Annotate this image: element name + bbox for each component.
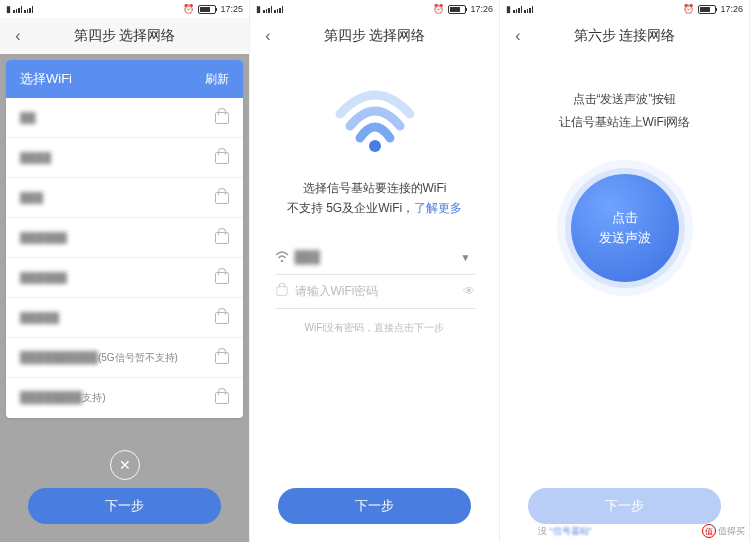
nav-bar: ‹ 第四步 选择网络 — [250, 18, 499, 54]
signal-icon — [524, 5, 533, 13]
wifi-row[interactable]: ██████ — [6, 258, 243, 298]
status-bar: ▮ ⏰17:25 — [0, 0, 249, 18]
password-field[interactable]: 👁 — [275, 275, 475, 309]
page-title: 第六步 连接网络 — [500, 27, 749, 45]
wifi-row[interactable]: ███ — [6, 178, 243, 218]
signal-icon — [13, 5, 22, 13]
status-time: 17:26 — [720, 4, 743, 14]
lock-icon — [215, 152, 229, 164]
learn-more-link[interactable]: 了解更多 — [414, 201, 462, 215]
status-bar: ▮ ⏰17:26 — [250, 0, 499, 18]
refresh-button[interactable]: 刷新 — [205, 71, 229, 88]
wifi-row[interactable]: ██████████(5G信号暂不支持) — [6, 338, 243, 378]
close-button[interactable]: ✕ — [110, 450, 140, 480]
svg-point-1 — [280, 260, 282, 262]
lock-icon — [215, 312, 229, 324]
wifi-small-icon — [275, 251, 289, 263]
battery-icon — [448, 5, 466, 14]
instruction-text: 选择信号基站要连接的WiFi 不支持 5G及企业WiFi，了解更多 — [287, 178, 462, 219]
nav-bar: ‹ 第四步 选择网络 — [0, 18, 249, 54]
status-bar: ▮ ⏰17:26 — [500, 0, 749, 18]
signal-icon — [513, 5, 522, 13]
alarm-icon: ⏰ — [433, 4, 444, 14]
wifi-row[interactable]: ████ — [6, 138, 243, 178]
next-button[interactable]: 下一步 — [278, 488, 471, 524]
next-button[interactable]: 下一步 — [28, 488, 221, 524]
wifi-row[interactable]: ██ — [6, 98, 243, 138]
back-button[interactable]: ‹ — [0, 18, 36, 54]
lock-icon — [215, 352, 229, 364]
watermark-icon: 值 — [702, 524, 716, 538]
wifi-row[interactable]: █████ — [6, 298, 243, 338]
back-button[interactable]: ‹ — [250, 18, 286, 54]
toggle-visibility-icon[interactable]: 👁 — [463, 284, 475, 298]
wifi-list-header: 选择WiFi 刷新 — [6, 60, 243, 98]
lock-icon — [215, 392, 229, 404]
next-button[interactable]: 下一步 — [528, 488, 721, 524]
alarm-icon: ⏰ — [183, 4, 194, 14]
wifi-unsupported-label: (5G信号暂不支持) — [98, 352, 178, 363]
camera-icon: ▮ — [506, 4, 511, 14]
watermark: 值值得买 — [702, 524, 745, 538]
back-button[interactable]: ‹ — [500, 18, 536, 54]
status-time: 17:25 — [220, 4, 243, 14]
page-title: 第四步 选择网络 — [0, 27, 249, 45]
hint-text: WiFi没有密码，直接点击下一步 — [305, 321, 445, 335]
wifi-icon — [330, 84, 420, 158]
lock-icon — [215, 272, 229, 284]
lock-icon — [215, 192, 229, 204]
signal-icon — [274, 5, 283, 13]
nav-bar: ‹ 第六步 连接网络 — [500, 18, 749, 54]
selected-wifi-name: ███ — [295, 250, 321, 264]
wifi-row[interactable]: ████████支持) — [6, 378, 243, 418]
chevron-down-icon: ▼ — [461, 252, 471, 263]
camera-icon: ▮ — [6, 4, 11, 14]
bottom-hint: 没 “信号基站” — [538, 525, 592, 538]
wifi-selector[interactable]: ███ ▼ — [275, 241, 475, 275]
password-input[interactable] — [295, 284, 457, 298]
camera-icon: ▮ — [256, 4, 261, 14]
alarm-icon: ⏰ — [683, 4, 694, 14]
wifi-list-card: 选择WiFi 刷新 ██ ████ ███ ██████ ██████ ████… — [6, 60, 243, 418]
page-title: 第四步 选择网络 — [250, 27, 499, 45]
wifi-row[interactable]: ██████ — [6, 218, 243, 258]
battery-icon — [698, 5, 716, 14]
send-sound-button[interactable]: 点击 发送声波 — [571, 174, 679, 282]
lock-icon — [215, 232, 229, 244]
wifi-support-label: 支持) — [82, 392, 105, 403]
lock-icon — [215, 112, 229, 124]
status-time: 17:26 — [470, 4, 493, 14]
signal-icon — [263, 5, 272, 13]
svg-point-0 — [369, 140, 381, 152]
signal-icon — [24, 5, 33, 13]
prompt-text: 点击“发送声波”按钮 让信号基站连上WiFi网络 — [559, 88, 691, 134]
wifi-list-title: 选择WiFi — [20, 70, 72, 88]
battery-icon — [198, 5, 216, 14]
lock-icon — [276, 286, 287, 296]
